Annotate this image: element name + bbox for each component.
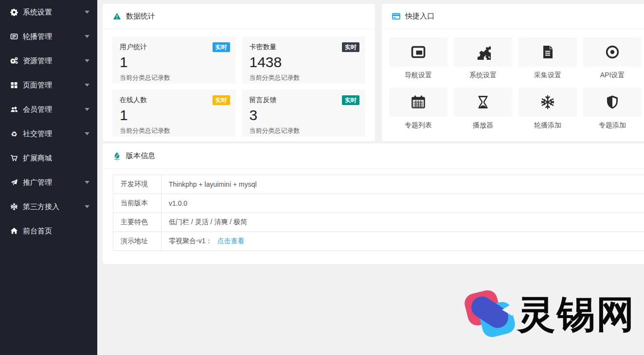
stat-label: 在线人数 bbox=[120, 96, 229, 105]
sidebar-item-label: 轮播管理 bbox=[23, 32, 85, 41]
row-label: 主要特色 bbox=[113, 213, 161, 232]
recycle-icon: ♻ bbox=[10, 129, 18, 138]
stat-subtext: 当前分类总记录数 bbox=[250, 73, 358, 82]
data-statistics-card: 数据统计 用户统计 1 当前分类总记录数 实时 卡密数量 1438 当前分类总记… bbox=[103, 4, 375, 142]
quick-entry-label: 系统设置 bbox=[454, 71, 512, 80]
sidebar-item-label: 前台首页 bbox=[23, 227, 89, 236]
stat-value: 1 bbox=[120, 54, 229, 70]
version-info-header: 版本信息 bbox=[103, 143, 644, 169]
cart-icon bbox=[10, 154, 18, 162]
row-value: v1.0.0 bbox=[161, 194, 644, 213]
row-value: 零视聚合-v1：点击查看 bbox=[161, 232, 644, 251]
logo-notch bbox=[502, 303, 513, 316]
quick-entry-topic-list[interactable]: 专题列表 bbox=[389, 88, 447, 130]
quick-entry-system-settings[interactable]: 系统设置 bbox=[454, 37, 512, 80]
main-content: 数据统计 用户统计 1 当前分类总记录数 实时 卡密数量 1438 当前分类总记… bbox=[97, 0, 644, 355]
demo-view-link[interactable]: 点击查看 bbox=[217, 237, 244, 245]
list-screen-icon bbox=[10, 32, 18, 41]
quick-entry-label: 专题添加 bbox=[583, 121, 642, 130]
sidebar-item-label: 会员管理 bbox=[23, 105, 85, 114]
sidebar-item-label: 推广管理 bbox=[23, 178, 85, 187]
sidebar-item-label: 资源管理 bbox=[23, 56, 85, 66]
quick-entry-label: 专题列表 bbox=[389, 121, 447, 130]
sidebar-item-label: 第三方接入 bbox=[23, 202, 85, 212]
card-title: 快捷入口 bbox=[405, 12, 434, 21]
gears-icon bbox=[454, 37, 512, 67]
quick-entry-grid: 导航设置 系统设置 采集设置 API设置 bbox=[382, 29, 644, 138]
sidebar-item-carousel-management[interactable]: 轮播管理 bbox=[0, 24, 97, 49]
sidebar-item-page-management[interactable]: 页面管理 bbox=[0, 73, 97, 97]
table-row: 当前版本 v1.0.0 bbox=[113, 194, 644, 213]
data-statistics-header: 数据统计 bbox=[103, 4, 375, 29]
quick-entry-api-settings[interactable]: API设置 bbox=[583, 37, 642, 80]
file-text-icon bbox=[519, 37, 577, 67]
quick-entry-label: 轮播添加 bbox=[519, 121, 577, 130]
stat-box-card-key-count: 卡密数量 1438 当前分类总记录数 实时 bbox=[242, 36, 366, 84]
stat-label: 用户统计 bbox=[120, 43, 229, 52]
sidebar-item-social-management[interactable]: ♻ 社交管理 bbox=[0, 122, 97, 146]
version-table: 开发环境 Thinkphp + layuimini + mysql 当前版本 v… bbox=[113, 175, 644, 251]
stat-box-user-count: 用户统计 1 当前分类总记录数 实时 bbox=[112, 36, 236, 84]
brand-logo-icon bbox=[466, 290, 515, 338]
credit-card-icon bbox=[392, 12, 400, 20]
sidebar-item-promotion-management[interactable]: 推广管理 bbox=[0, 170, 97, 195]
chevron-down-icon bbox=[85, 108, 89, 111]
watermark: 灵锡网 bbox=[466, 288, 636, 339]
stat-value: 1 bbox=[120, 107, 229, 123]
stats-grid: 用户统计 1 当前分类总记录数 实时 卡密数量 1438 当前分类总记录数 实时… bbox=[103, 29, 375, 144]
sidebar-item-label: 页面管理 bbox=[23, 81, 85, 90]
snowflake-icon bbox=[519, 88, 577, 117]
row-value: Thinkphp + layuimini + mysql bbox=[161, 175, 644, 194]
card-title: 数据统计 bbox=[126, 12, 155, 21]
hourglass-icon bbox=[454, 88, 512, 117]
sidebar-item-resource-management[interactable]: 资源管理 bbox=[0, 49, 97, 73]
row-label: 演示地址 bbox=[113, 232, 161, 251]
quick-entry-player[interactable]: 播放器 bbox=[454, 88, 512, 130]
stat-value: 3 bbox=[250, 107, 358, 123]
stat-subtext: 当前分类总记录数 bbox=[120, 73, 229, 82]
realtime-badge: 实时 bbox=[213, 42, 230, 52]
row-label: 开发环境 bbox=[113, 175, 161, 194]
dot-circle-icon bbox=[583, 37, 642, 67]
quick-entry-header: 快捷入口 bbox=[382, 4, 644, 29]
stat-value: 1438 bbox=[250, 54, 358, 70]
sidebar-item-frontend-home[interactable]: 前台首页 bbox=[0, 219, 97, 243]
quick-entry-nav-settings[interactable]: 导航设置 bbox=[389, 37, 447, 80]
quick-entry-label: 播放器 bbox=[454, 121, 512, 130]
users-icon bbox=[10, 105, 18, 114]
version-info-card: 版本信息 开发环境 Thinkphp + layuimini + mysql 当… bbox=[103, 143, 644, 264]
demo-address-text: 零视聚合-v1： bbox=[169, 237, 212, 245]
sidebar-item-third-party-access[interactable]: 第三方接入 bbox=[0, 195, 97, 219]
table-row: 主要特色 低门栏 / 灵活 / 清爽 / 极简 bbox=[113, 213, 644, 232]
gear-icon bbox=[10, 8, 18, 17]
shield-icon bbox=[583, 88, 642, 117]
chevron-down-icon bbox=[85, 181, 89, 184]
flame-icon bbox=[113, 152, 121, 160]
chevron-down-icon bbox=[85, 84, 89, 87]
quick-entry-label: API设置 bbox=[583, 71, 642, 80]
grid-icon bbox=[10, 81, 18, 89]
warning-triangle-icon bbox=[113, 12, 121, 20]
calendar-icon bbox=[389, 88, 447, 117]
sidebar-item-member-management[interactable]: 会员管理 bbox=[0, 97, 97, 122]
row-value: 低门栏 / 灵活 / 清爽 / 极简 bbox=[161, 213, 644, 232]
sidebar-item-system-settings[interactable]: 系统设置 bbox=[0, 0, 97, 24]
realtime-badge: 实时 bbox=[342, 42, 359, 52]
quick-entry-card: 快捷入口 导航设置 系统设置 采集设置 bbox=[382, 4, 644, 142]
table-row: 演示地址 零视聚合-v1：点击查看 bbox=[113, 232, 644, 251]
quick-entry-topic-add[interactable]: 专题添加 bbox=[583, 88, 642, 130]
quick-entry-collect-settings[interactable]: 采集设置 bbox=[519, 37, 577, 80]
realtime-badge: 实时 bbox=[213, 95, 230, 105]
quick-entry-carousel-add[interactable]: 轮播添加 bbox=[519, 88, 577, 130]
sidebar-item-extension-mall[interactable]: 扩展商城 bbox=[0, 146, 97, 170]
paper-plane-icon bbox=[10, 178, 18, 187]
window-icon bbox=[389, 37, 447, 67]
sidebar-item-label: 系统设置 bbox=[23, 8, 85, 17]
sidebar-item-label: 扩展商城 bbox=[23, 154, 89, 163]
gears-icon bbox=[10, 56, 18, 65]
sidebar: 系统设置 轮播管理 资源管理 页面管理 会员管理 ♻ 社交管理 bbox=[0, 0, 97, 355]
stat-box-online-count: 在线人数 1 当前分类总记录数 实时 bbox=[112, 89, 236, 137]
watermark-text: 灵锡网 bbox=[518, 295, 636, 333]
version-table-wrap: 开发环境 Thinkphp + layuimini + mysql 当前版本 v… bbox=[103, 169, 644, 257]
quick-entry-label: 采集设置 bbox=[519, 71, 577, 80]
